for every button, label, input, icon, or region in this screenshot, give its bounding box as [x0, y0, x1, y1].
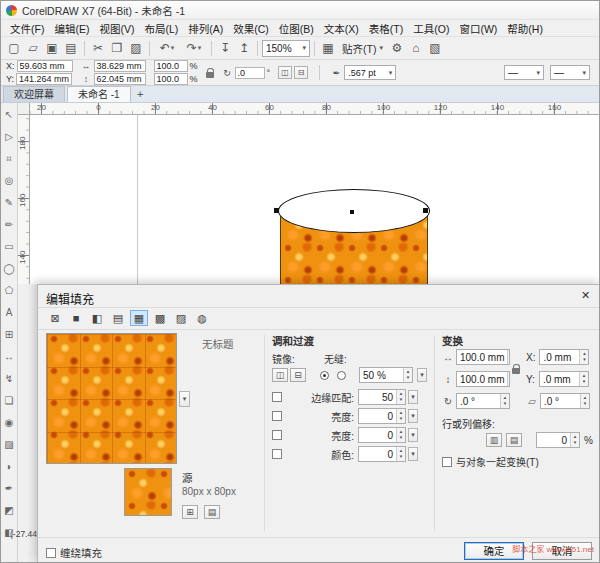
bitmap-pattern-fill-icon[interactable]: ▦	[130, 310, 148, 326]
tile-height-input[interactable]: 100.0 mm	[456, 371, 510, 387]
menu-bitmaps[interactable]: 位图(B)	[274, 20, 319, 37]
freehand-tool[interactable]: ✎	[2, 195, 17, 210]
vertical-ruler[interactable]: 180160140	[18, 115, 30, 284]
import-button[interactable]: ↧	[216, 39, 234, 57]
menu-text[interactable]: 文本(X)	[319, 20, 364, 37]
menu-window[interactable]: 窗口(W)	[454, 20, 502, 37]
options-gear-button[interactable]: ⚙	[388, 39, 406, 57]
mirror-vertical-button[interactable]: ⊟	[294, 66, 308, 79]
spinner-arrows-icon[interactable]	[396, 409, 405, 423]
spinner-arrows-icon[interactable]	[570, 433, 579, 447]
mirror-horizontal-button[interactable]: ◫	[278, 66, 292, 79]
y-position-input[interactable]: 141.264 mm	[16, 73, 72, 85]
new-document-button[interactable]: ▢	[5, 39, 23, 57]
no-fill-icon[interactable]: ⊠	[46, 310, 64, 326]
shape-tool[interactable]: ▷	[2, 129, 17, 144]
copy-button[interactable]: ❐	[108, 39, 126, 57]
menu-layout[interactable]: 布局(L)	[139, 20, 183, 37]
blend-value-input[interactable]: 0	[358, 427, 406, 443]
blend-value-input[interactable]: 50	[358, 389, 406, 405]
new-tab-button[interactable]: +	[133, 87, 148, 102]
object-height-input[interactable]: 62.045 mm	[94, 73, 146, 85]
close-icon[interactable]	[578, 288, 593, 303]
zoom-tool[interactable]: ◎	[2, 173, 17, 188]
application-launcher-button[interactable]: ▦	[319, 39, 337, 57]
dimension-tool[interactable]: ↔	[2, 349, 17, 364]
text-tool[interactable]: A	[2, 305, 17, 320]
open-button[interactable]: ▱	[24, 39, 42, 57]
pattern-preview[interactable]	[46, 333, 177, 464]
tile-offset-input[interactable]: 0	[536, 432, 580, 448]
ruler-origin[interactable]	[18, 103, 30, 115]
mirror-vertical-tile-button[interactable]: ⊟	[290, 368, 306, 382]
contour-tool[interactable]: ◉	[2, 415, 17, 430]
x-offset-input[interactable]: .0 mm	[539, 349, 589, 365]
texture-fill-icon[interactable]: ▨	[172, 310, 190, 326]
tab-welcome-screen[interactable]: 欢迎屏幕	[3, 86, 65, 102]
blend-checkbox[interactable]	[272, 430, 282, 440]
drawing-canvas[interactable]	[30, 115, 599, 284]
vector-pattern-fill-icon[interactable]: ▤	[109, 310, 127, 326]
spinner-arrows-icon[interactable]	[500, 394, 509, 408]
fill-tool[interactable]: ◩	[2, 503, 17, 518]
seamless-off-radio[interactable]	[337, 371, 346, 380]
rectangle-tool[interactable]: ▭	[2, 239, 17, 254]
menu-file[interactable]: 文件(F)	[5, 20, 49, 37]
selection-handle-left[interactable]	[274, 208, 279, 213]
scale-lock-toggle[interactable]	[206, 72, 214, 78]
export-button[interactable]: ↥	[235, 39, 253, 57]
eyedropper-tool[interactable]: ◗	[2, 459, 17, 474]
seamless-slider-arrow[interactable]	[417, 368, 427, 382]
wrap-fill-checkbox[interactable]	[46, 548, 56, 558]
scale-x-input[interactable]: 100.0	[154, 60, 188, 72]
transparency-tool[interactable]: ▨	[2, 437, 17, 452]
object-width-input[interactable]: 38.629 mm	[94, 60, 146, 72]
snap-to-dropdown[interactable]: 贴齐(T)	[338, 39, 387, 57]
menu-help[interactable]: 帮助(H)	[502, 20, 548, 37]
pattern-picker-arrow[interactable]: ▾	[179, 391, 190, 407]
blend-checkbox[interactable]	[272, 449, 282, 459]
drop-shadow-tool[interactable]: ❏	[2, 393, 17, 408]
fountain-fill-icon[interactable]: ◧	[88, 310, 106, 326]
selection-handle-right[interactable]	[423, 208, 428, 213]
blend-slider-arrow[interactable]	[408, 390, 418, 404]
spinner-arrows-icon[interactable]	[580, 394, 589, 408]
redo-button[interactable]: ↷▾	[181, 39, 207, 57]
paste-button[interactable]: ▨	[127, 39, 145, 57]
spinner-arrows-icon[interactable]	[507, 350, 510, 364]
mirror-horizontal-tile-button[interactable]: ◫	[272, 368, 288, 382]
x-position-input[interactable]: 59.603 mm	[17, 60, 73, 72]
row-offset-button[interactable]: ▥	[486, 433, 502, 447]
outline-pen-tool[interactable]: ✒	[2, 481, 17, 496]
blend-value-input[interactable]: 0	[358, 446, 406, 462]
source-thumbnail[interactable]	[124, 468, 172, 516]
crop-tool[interactable]: ⌗	[2, 151, 17, 166]
uniform-fill-icon[interactable]: ■	[67, 310, 85, 326]
artistic-media-tool[interactable]: ✏	[2, 217, 17, 232]
blend-slider-arrow[interactable]	[408, 409, 418, 423]
spinner-arrows-icon[interactable]	[396, 390, 405, 404]
spinner-arrows-icon[interactable]	[403, 368, 412, 382]
cancel-button[interactable]: 取消	[532, 542, 592, 560]
menu-arrange[interactable]: 排列(A)	[183, 20, 228, 37]
table-tool[interactable]: ⊞	[2, 327, 17, 342]
spinner-arrows-icon[interactable]	[396, 447, 405, 461]
seamless-percent-input[interactable]: 50 %	[359, 367, 413, 383]
spinner-arrows-icon[interactable]	[579, 350, 588, 364]
menu-effects[interactable]: 效果(C)	[228, 20, 274, 37]
blend-value-input[interactable]: 0	[358, 408, 406, 424]
cylinder-top-ellipse[interactable]	[278, 189, 430, 233]
horizontal-ruler[interactable]: 20020406080100120140160	[30, 103, 599, 115]
tab-document[interactable]: 未命名 -1	[67, 86, 131, 102]
outline-width-combo[interactable]: .567 pt	[344, 65, 396, 80]
new-from-file-button[interactable]: ▤	[204, 505, 220, 519]
ok-button[interactable]: 确定	[464, 542, 524, 560]
blend-checkbox[interactable]	[272, 392, 282, 402]
skew-input[interactable]: .0 °	[540, 393, 590, 409]
pick-tool[interactable]: ↖	[2, 107, 17, 122]
menu-edit[interactable]: 编辑(E)	[49, 20, 94, 37]
rotation-input[interactable]: .0	[235, 67, 265, 79]
welcome-screen-button[interactable]: ⌂	[407, 39, 425, 57]
spinner-arrows-icon[interactable]	[396, 428, 405, 442]
print-button[interactable]: ▤	[62, 39, 80, 57]
